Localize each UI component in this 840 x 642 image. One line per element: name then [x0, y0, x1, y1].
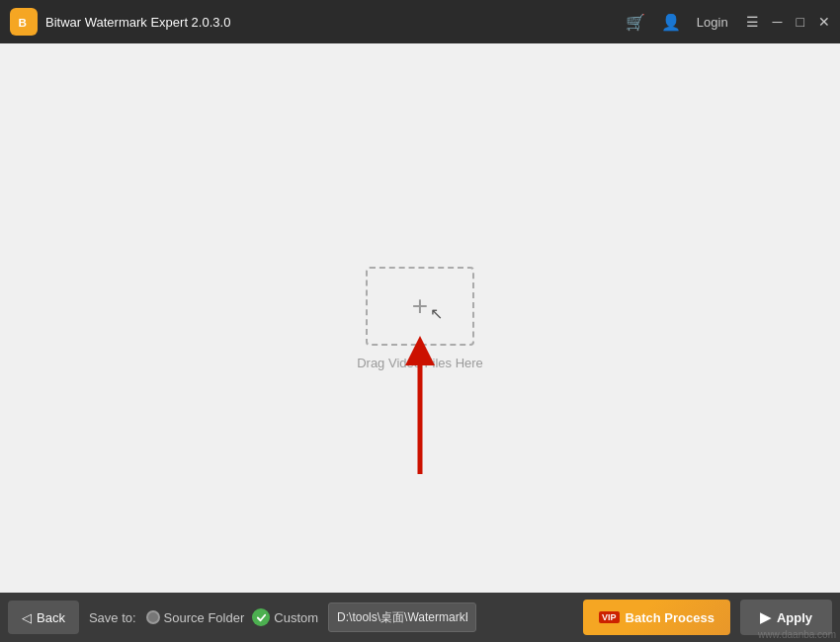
drop-zone[interactable]: + ↖	[366, 267, 474, 346]
custom-option[interactable]: Custom	[252, 608, 318, 626]
main-area: + ↖ Drag Video Files Here	[0, 43, 840, 593]
apply-label: Apply	[777, 610, 812, 625]
source-folder-radio	[146, 610, 160, 624]
minimize-button[interactable]: ─	[773, 15, 783, 29]
source-folder-option[interactable]: Source Folder	[146, 610, 245, 625]
window-controls: ☰ ─ □ ✕	[746, 15, 830, 29]
apply-button[interactable]: ▶ Apply	[740, 600, 832, 635]
cursor-icon: ↖	[430, 304, 443, 323]
vip-badge: VIP	[599, 611, 620, 624]
batch-process-button[interactable]: VIP Batch Process	[583, 600, 730, 635]
login-button[interactable]: Login	[697, 15, 728, 30]
app-title: Bitwar Watermark Expert 2.0.3.0	[45, 15, 618, 30]
save-to-label: Save to:	[89, 610, 136, 625]
batch-process-label: Batch Process	[626, 610, 714, 625]
bottom-bar: ◁ Back Save to: Source Folder Custom VIP…	[0, 593, 840, 642]
plus-icon: +	[412, 292, 428, 320]
red-arrow	[390, 331, 450, 479]
drop-zone-container: + ↖ Drag Video Files Here	[357, 267, 483, 370]
title-bar: B Bitwar Watermark Expert 2.0.3.0 🛒 👤 Lo…	[0, 0, 840, 43]
cart-icon[interactable]: 🛒	[626, 13, 645, 32]
title-bar-icons: 🛒 👤 Login	[626, 13, 728, 32]
drop-zone-label: Drag Video Files Here	[357, 356, 483, 370]
user-icon[interactable]: 👤	[661, 13, 681, 32]
custom-check	[252, 608, 270, 626]
svg-text:B: B	[19, 16, 27, 29]
back-button[interactable]: ◁ Back	[8, 601, 79, 634]
path-input[interactable]	[328, 602, 476, 632]
maximize-button[interactable]: □	[797, 15, 804, 29]
close-button[interactable]: ✕	[818, 15, 830, 29]
custom-label: Custom	[274, 610, 318, 625]
source-folder-label: Source Folder	[164, 610, 245, 625]
app-logo: B	[10, 8, 38, 36]
radio-group: Source Folder Custom	[146, 608, 318, 626]
apply-icon: ▶	[760, 609, 771, 625]
menu-icon[interactable]: ☰	[746, 15, 759, 29]
back-label: Back	[37, 610, 65, 625]
back-icon: ◁	[22, 610, 32, 625]
